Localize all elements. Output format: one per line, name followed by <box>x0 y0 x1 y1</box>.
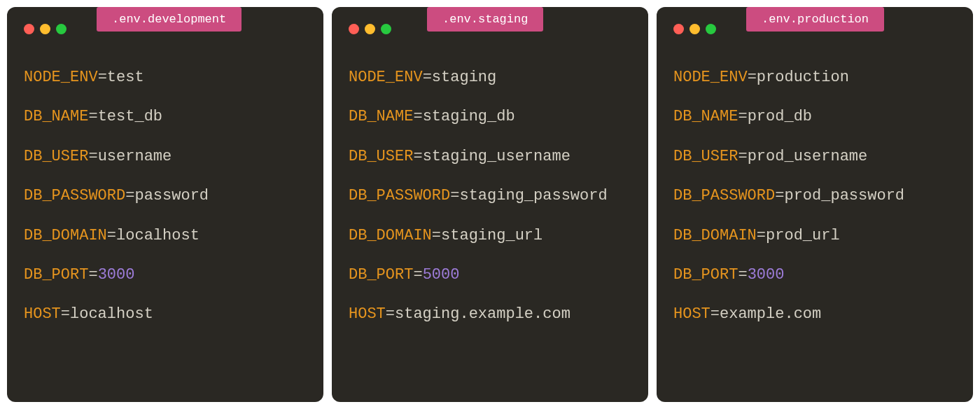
env-value: prod_db <box>748 108 812 125</box>
env-line: DB_NAME=staging_db <box>349 108 631 126</box>
env-value: password <box>134 187 209 204</box>
env-key: DB_NAME <box>24 108 88 125</box>
env-key: DB_PASSWORD <box>24 187 125 204</box>
code-content: NODE_ENV=staging DB_NAME=staging_db DB_U… <box>349 69 631 324</box>
env-line: DB_NAME=prod_db <box>673 108 956 126</box>
env-value: staging_db <box>423 108 515 125</box>
zoom-icon[interactable] <box>706 24 716 34</box>
env-line: HOST=staging.example.com <box>349 305 631 324</box>
zoom-icon[interactable] <box>381 24 391 34</box>
env-value: localhost <box>70 305 153 323</box>
env-line: DB_PASSWORD=prod_password <box>673 187 956 205</box>
equals-sign: = <box>738 148 747 165</box>
minimize-icon[interactable] <box>690 24 700 34</box>
equals-sign: = <box>88 148 97 165</box>
equals-sign: = <box>88 108 97 125</box>
equals-sign: = <box>125 187 134 204</box>
env-value: staging_url <box>441 227 542 244</box>
env-value: test_db <box>98 108 162 125</box>
env-value: 3000 <box>98 266 135 284</box>
equals-sign: = <box>107 227 116 244</box>
code-content: NODE_ENV=production DB_NAME=prod_db DB_U… <box>673 69 956 324</box>
equals-sign: = <box>423 69 432 86</box>
equals-sign: = <box>98 69 107 86</box>
code-window-development: .env.development NODE_ENV=test DB_NAME=t… <box>7 7 323 402</box>
env-line: DB_USER=username <box>24 148 307 166</box>
file-tab[interactable]: .env.production <box>746 7 884 32</box>
env-value: localhost <box>116 227 200 244</box>
file-tab[interactable]: .env.development <box>97 7 241 32</box>
equals-sign: = <box>413 148 422 165</box>
env-key: HOST <box>349 305 386 323</box>
env-value: username <box>98 148 172 165</box>
env-value: staging_password <box>459 187 607 204</box>
env-line: DB_USER=prod_username <box>673 148 956 166</box>
env-key: DB_DOMAIN <box>24 227 107 244</box>
env-value: production <box>757 69 849 86</box>
minimize-icon[interactable] <box>365 24 375 34</box>
env-value: prod_username <box>748 148 868 165</box>
env-line: HOST=example.com <box>673 305 956 324</box>
env-value: prod_password <box>784 187 904 204</box>
env-line: NODE_ENV=staging <box>349 69 631 87</box>
env-line: DB_PORT=3000 <box>24 266 307 284</box>
titlebar: .env.production <box>673 20 956 41</box>
env-key: DB_NAME <box>349 108 413 125</box>
env-value: staging.example.com <box>395 305 570 323</box>
env-key: DB_NAME <box>673 108 738 125</box>
env-key: HOST <box>24 305 61 323</box>
equals-sign: = <box>775 187 784 204</box>
equals-sign: = <box>61 305 70 323</box>
equals-sign: = <box>738 108 747 125</box>
equals-sign: = <box>88 266 97 284</box>
equals-sign: = <box>757 227 766 244</box>
env-line: HOST=localhost <box>24 305 307 324</box>
env-key: DB_DOMAIN <box>673 227 757 244</box>
env-line: DB_NAME=test_db <box>24 108 307 126</box>
env-value: 3000 <box>748 266 785 284</box>
env-line: DB_PORT=3000 <box>673 266 956 284</box>
env-key: NODE_ENV <box>673 69 748 86</box>
traffic-lights <box>349 24 391 34</box>
equals-sign: = <box>710 305 720 323</box>
titlebar: .env.staging <box>349 20 631 41</box>
code-window-staging: .env.staging NODE_ENV=staging DB_NAME=st… <box>332 7 648 402</box>
env-line: NODE_ENV=production <box>673 69 956 87</box>
code-window-production: .env.production NODE_ENV=production DB_N… <box>657 7 973 402</box>
minimize-icon[interactable] <box>40 24 50 34</box>
equals-sign: = <box>450 187 459 204</box>
close-icon[interactable] <box>349 24 359 34</box>
equals-sign: = <box>432 227 441 244</box>
env-key: DB_PASSWORD <box>349 187 450 204</box>
code-content: NODE_ENV=test DB_NAME=test_db DB_USER=us… <box>24 69 307 324</box>
env-line: DB_DOMAIN=staging_url <box>349 227 631 245</box>
equals-sign: = <box>386 305 395 323</box>
env-line: DB_DOMAIN=localhost <box>24 227 307 245</box>
equals-sign: = <box>413 108 422 125</box>
env-key: DB_USER <box>24 148 88 165</box>
equals-sign: = <box>738 266 747 284</box>
env-value: staging_username <box>423 148 570 165</box>
traffic-lights <box>24 24 66 34</box>
env-key: DB_USER <box>673 148 738 165</box>
close-icon[interactable] <box>673 24 684 34</box>
close-icon[interactable] <box>24 24 34 34</box>
env-value: 5000 <box>423 266 460 284</box>
file-tab[interactable]: .env.staging <box>427 7 543 32</box>
env-key: DB_PORT <box>24 266 88 284</box>
env-line: DB_PASSWORD=staging_password <box>349 187 631 205</box>
env-key: DB_DOMAIN <box>349 227 432 244</box>
env-line: DB_PORT=5000 <box>349 266 631 284</box>
env-key: NODE_ENV <box>24 69 98 86</box>
zoom-icon[interactable] <box>56 24 66 34</box>
env-key: DB_USER <box>349 148 413 165</box>
env-key: DB_PASSWORD <box>673 187 775 204</box>
env-value: prod_url <box>766 227 840 244</box>
env-value: test <box>107 69 144 86</box>
env-value: staging <box>432 69 496 86</box>
env-key: DB_PORT <box>349 266 413 284</box>
equals-sign: = <box>748 69 757 86</box>
equals-sign: = <box>413 266 422 284</box>
env-line: NODE_ENV=test <box>24 69 307 87</box>
env-key: NODE_ENV <box>349 69 423 86</box>
